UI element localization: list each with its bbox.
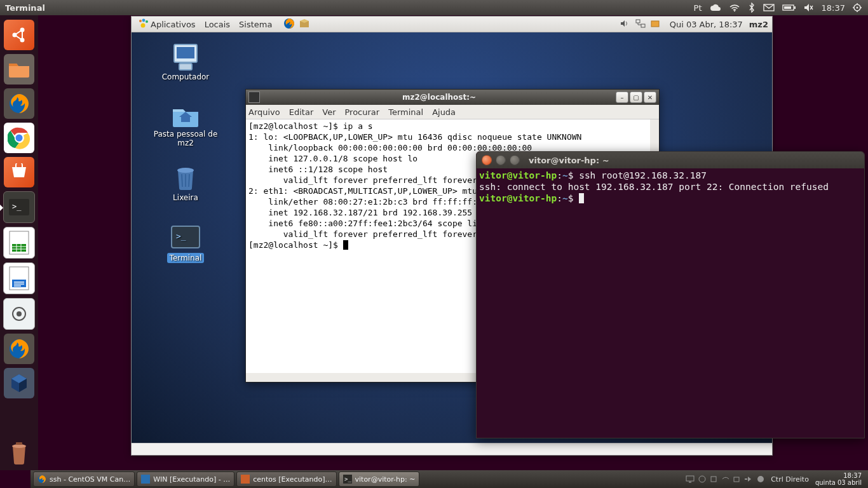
menu-arquivo[interactable]: Arquivo xyxy=(248,107,280,117)
cloud-icon[interactable] xyxy=(710,0,721,15)
menu-applications[interactable]: Aplicativos xyxy=(151,20,196,29)
taskbar-item-centos-vbox[interactable]: centos [Executando]… xyxy=(236,471,336,487)
svg-rect-52 xyxy=(179,64,192,70)
firefox-alt-icon[interactable] xyxy=(4,334,34,364)
virtualbox-horizontal-scrollbar[interactable] xyxy=(132,443,772,455)
taskbar-item-win-vbox[interactable]: WIN [Executando] - … xyxy=(137,471,234,487)
maximize-button[interactable]: ▢ xyxy=(630,92,642,103)
maximize-button[interactable] xyxy=(510,155,520,165)
centos-terminal-menubar: Arquivo Editar Ver Procurar Terminal Aju… xyxy=(246,105,659,119)
gnome-foot-icon[interactable] xyxy=(138,18,148,31)
vbox-small-icon xyxy=(141,475,150,484)
svg-rect-3 xyxy=(794,6,796,9)
close-button[interactable] xyxy=(482,155,492,165)
ubuntu-terminal-titlebar[interactable]: vitor@vitor-hp: ~ xyxy=(477,152,864,168)
close-button[interactable]: ✕ xyxy=(644,92,656,103)
desktop-home-label: Pasta pessoal de mz2 xyxy=(151,130,220,147)
svg-rect-68 xyxy=(734,477,739,482)
centos-terminal-titlebar[interactable]: mz2@localhost:~ – ▢ ✕ xyxy=(246,90,659,105)
terminal-small-icon: >_ xyxy=(343,475,352,484)
svg-rect-51 xyxy=(177,47,194,58)
minimize-button[interactable] xyxy=(496,155,506,165)
menu-system[interactable]: Sistema xyxy=(239,20,272,29)
software-center-icon[interactable] xyxy=(4,157,34,187)
svg-point-70 xyxy=(757,476,764,482)
menu-places[interactable]: Locais xyxy=(205,20,230,29)
svg-rect-60 xyxy=(141,475,150,484)
unity-launcher: >_ xyxy=(0,15,38,470)
menu-editar[interactable]: Editar xyxy=(289,107,314,117)
gnome-user[interactable]: mz2 xyxy=(749,20,768,29)
desktop-trash-label: Lixeira xyxy=(151,193,220,202)
menu-ajuda[interactable]: Ajuda xyxy=(432,107,456,117)
libreoffice-writer-icon[interactable] xyxy=(3,262,35,294)
active-window-title: Terminal xyxy=(5,3,45,13)
desktop-computer-label: Computador xyxy=(151,72,220,81)
svg-rect-64 xyxy=(686,476,694,481)
svg-point-22 xyxy=(16,135,23,142)
svg-line-17 xyxy=(15,35,22,40)
bottom-taskbar: ssh - CentOS VM Can… WIN [Executando] - … xyxy=(31,470,868,488)
centos-terminal-title: mz2@localhost:~ xyxy=(264,93,614,102)
firefox-icon[interactable] xyxy=(4,88,34,119)
menu-procurar[interactable]: Procurar xyxy=(345,107,380,117)
firefox-panel-icon[interactable] xyxy=(283,18,294,31)
minimize-button[interactable]: – xyxy=(616,92,628,103)
trash-icon[interactable] xyxy=(4,437,34,468)
desktop-terminal-label: Terminal xyxy=(167,253,205,263)
svg-rect-48 xyxy=(641,24,645,27)
desktop-home-icon[interactable]: Pasta pessoal de mz2 xyxy=(151,99,220,147)
svg-point-66 xyxy=(699,476,705,482)
clock[interactable]: 18:37 xyxy=(822,0,845,15)
mail-icon[interactable] xyxy=(763,0,775,15)
cursor xyxy=(579,193,584,203)
menu-ver[interactable]: Ver xyxy=(322,107,336,117)
virtualbox-icon[interactable] xyxy=(4,368,34,398)
wifi-icon[interactable] xyxy=(729,0,740,15)
svg-rect-26 xyxy=(12,244,26,252)
gnome-date[interactable]: Qui 03 Abr, 18:37 xyxy=(670,20,743,29)
svg-rect-40 xyxy=(16,442,22,445)
svg-point-0 xyxy=(734,10,735,11)
cursor xyxy=(343,240,348,250)
svg-point-42 xyxy=(142,18,146,22)
settings-icon[interactable] xyxy=(3,298,35,330)
svg-rect-61 xyxy=(241,475,250,484)
keyboard-layout-indicator[interactable]: Pt xyxy=(694,0,702,15)
svg-point-41 xyxy=(139,20,142,22)
svg-point-8 xyxy=(857,7,858,9)
volume-panel-icon[interactable] xyxy=(620,19,630,30)
host-key-indicator: Ctrl Direito xyxy=(771,475,809,484)
desktop-terminal-icon[interactable]: >_ Terminal xyxy=(151,222,220,263)
terminal-icon[interactable]: >_ xyxy=(3,191,35,223)
network-panel-icon[interactable] xyxy=(635,19,646,30)
svg-point-43 xyxy=(146,20,148,23)
ubuntu-terminal-body[interactable]: vitor@vitor-hp:~$ ssh root@192.168.32.18… xyxy=(477,168,864,438)
package-manager-panel-icon[interactable] xyxy=(299,18,309,31)
firefox-small-icon xyxy=(37,475,46,484)
volume-icon[interactable] xyxy=(804,0,814,15)
svg-line-16 xyxy=(15,30,22,35)
updates-panel-icon[interactable] xyxy=(651,19,661,30)
battery-icon[interactable] xyxy=(782,0,796,15)
virtualbox-status-icons[interactable]: Ctrl Direito xyxy=(686,475,809,484)
unity-top-panel: Terminal Pt 18:37 xyxy=(0,0,868,15)
gnome-top-panel: Aplicativos Locais Sistema Qui 03 Abr, 1… xyxy=(132,17,772,32)
desktop-trash-icon[interactable]: Lixeira xyxy=(151,163,220,202)
nautilus-icon[interactable] xyxy=(4,54,34,85)
chrome-icon[interactable] xyxy=(4,123,34,153)
desktop-computer-icon[interactable]: Computador xyxy=(151,42,220,81)
svg-rect-4 xyxy=(784,6,791,9)
taskbar-item-terminal[interactable]: >_ vitor@vitor-hp: ~ xyxy=(339,471,420,487)
svg-rect-69 xyxy=(745,478,747,480)
taskbar-clock[interactable]: 18:37 quinta 03 abril xyxy=(815,472,862,486)
menu-terminal[interactable]: Terminal xyxy=(388,107,423,117)
bluetooth-icon[interactable] xyxy=(748,0,756,15)
svg-point-53 xyxy=(177,168,194,173)
taskbar-item-ssh-centos[interactable]: ssh - CentOS VM Can… xyxy=(33,471,135,487)
ubuntu-terminal-window: vitor@vitor-hp: ~ vitor@vitor-hp:~$ ssh … xyxy=(476,151,865,438)
session-gear-icon[interactable] xyxy=(853,0,862,15)
dash-icon[interactable] xyxy=(4,20,34,50)
libreoffice-calc-icon[interactable] xyxy=(3,227,35,259)
vbox-small-icon xyxy=(241,475,250,484)
